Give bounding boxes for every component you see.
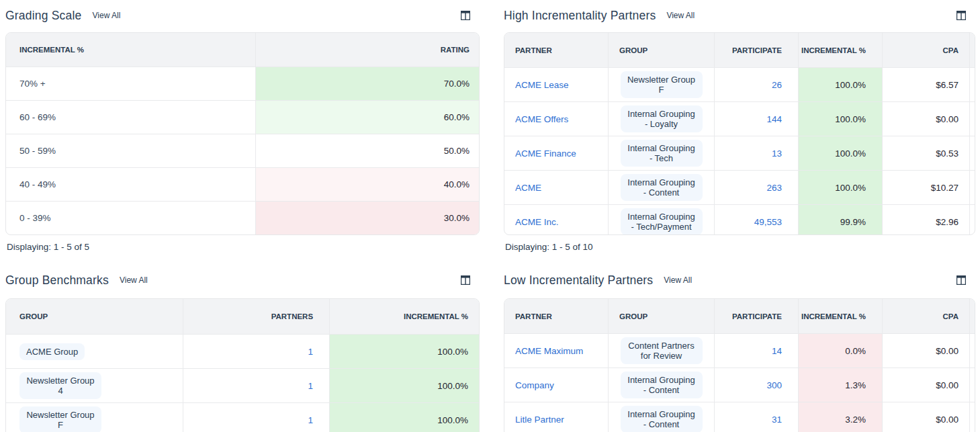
incremental-cell: 100.0% bbox=[799, 136, 883, 170]
table-row: Litle PartnerInternal Grouping - Content… bbox=[504, 402, 975, 432]
spacer-cell bbox=[970, 368, 975, 402]
partner-cell: ACME Inc. bbox=[504, 204, 609, 235]
partner-cell: ACME bbox=[504, 170, 609, 204]
incremental-cell: 100.0% bbox=[330, 334, 479, 368]
group-pill: Internal Grouping - Tech/Payment bbox=[621, 208, 703, 235]
rating-value: 40.0% bbox=[256, 167, 480, 201]
table-columns-icon[interactable] bbox=[461, 11, 470, 20]
partners-cell: 1 bbox=[183, 368, 330, 402]
view-all-link[interactable]: View All bbox=[664, 275, 692, 285]
partners-cell: 1 bbox=[183, 334, 330, 368]
group-cell: Internal Grouping - Tech bbox=[609, 136, 715, 170]
partner-link[interactable]: ACME Inc. bbox=[515, 217, 559, 227]
table-header-row: GROUP PARTNERS INCREMENTAL % bbox=[6, 299, 479, 334]
table-columns-icon[interactable] bbox=[956, 11, 966, 20]
group-cell: ACME Group bbox=[6, 334, 183, 368]
partner-link[interactable]: ACME Offers bbox=[515, 114, 568, 124]
incremental-cell: 100.0% bbox=[799, 67, 883, 101]
page-title: Grading Scale bbox=[5, 9, 82, 23]
incremental-cell: 0.0% bbox=[799, 333, 883, 368]
group-cell-clip: Internal Grouping - Tech/Payment bbox=[609, 208, 714, 235]
group-cell-clip: Internal Grouping - Loyalty bbox=[609, 105, 714, 132]
table-header-row: PARTNER GROUP PARTICIPATE INCREMENTAL % … bbox=[504, 33, 975, 67]
group-pill: Internal Grouping - Tech bbox=[621, 140, 703, 167]
panel-low-incrementality-partners: Low Incrementality Partners View All PAR… bbox=[504, 263, 975, 432]
participate-link[interactable]: 49,553 bbox=[754, 217, 782, 227]
table-header-row: INCREMENTAL % RATING bbox=[6, 33, 480, 67]
cpa-cell: $10.27 bbox=[883, 170, 970, 204]
group-pill: Internal Grouping - Content bbox=[621, 372, 703, 398]
participate-cell: 144 bbox=[715, 101, 799, 136]
spacer-cell bbox=[970, 136, 975, 170]
partners-count-link[interactable]: 1 bbox=[308, 381, 314, 391]
group-cell: Newsletter Group F bbox=[6, 402, 183, 432]
spacer-cell bbox=[970, 101, 975, 136]
participate-cell: 31 bbox=[715, 402, 799, 432]
partners-count-link[interactable]: 1 bbox=[308, 347, 314, 357]
group-cell-clip: Internal Grouping - Content bbox=[609, 406, 714, 432]
table-row: ACME OffersInternal Grouping - Loyalty14… bbox=[504, 101, 975, 136]
incremental-range-label: 50 - 59% bbox=[6, 134, 256, 167]
table-columns-icon[interactable] bbox=[956, 275, 966, 285]
partner-link[interactable]: ACME Finance bbox=[515, 148, 576, 159]
column-header-incremental: INCREMENTAL % bbox=[330, 299, 479, 334]
table-row: ACMEInternal Grouping - Content263100.0%… bbox=[504, 170, 975, 204]
page-title: Low Incrementality Partners bbox=[504, 273, 653, 288]
group-cell: Internal Grouping - Loyalty bbox=[609, 101, 715, 136]
incremental-cell: 100.0% bbox=[330, 402, 479, 432]
participate-cell: 26 bbox=[715, 67, 799, 101]
table-row: 70% +70.0% bbox=[6, 67, 480, 100]
dashboard: Grading Scale View All INCREMENTAL % RAT… bbox=[0, 0, 980, 432]
partner-cell: ACME Offers bbox=[504, 101, 609, 136]
panel-grading-scale: Grading Scale View All INCREMENTAL % RAT… bbox=[5, 0, 480, 263]
participate-cell: 263 bbox=[715, 170, 799, 204]
group-pill: Newsletter Group F bbox=[19, 406, 101, 432]
spacer-cell bbox=[970, 402, 975, 432]
table-header-row: PARTNER GROUP PARTICIPATE INCREMENTAL % … bbox=[504, 299, 975, 333]
group-cell: Newsletter Group 4 bbox=[6, 368, 183, 402]
incremental-cell: 100.0% bbox=[799, 101, 883, 136]
partners-count-link[interactable]: 1 bbox=[308, 415, 314, 425]
table-columns-icon[interactable] bbox=[461, 275, 470, 285]
group-cell-clip: Internal Grouping - Content bbox=[609, 174, 714, 201]
group-pill: ACME Group bbox=[19, 343, 85, 360]
incremental-cell: 3.2% bbox=[799, 402, 883, 432]
page-title: High Incrementality Partners bbox=[504, 9, 656, 23]
view-all-link[interactable]: View All bbox=[666, 11, 695, 20]
partner-link[interactable]: ACME bbox=[515, 183, 541, 193]
participate-link[interactable]: 263 bbox=[766, 183, 782, 193]
rating-value: 50.0% bbox=[256, 134, 480, 167]
column-header-participate: PARTICIPATE bbox=[715, 33, 799, 67]
cpa-cell: $0.00 bbox=[883, 333, 970, 368]
grading-scale-table: INCREMENTAL % RATING 70% +70.0%60 - 69%6… bbox=[5, 32, 480, 235]
participate-link[interactable]: 144 bbox=[766, 114, 782, 124]
cpa-cell: $0.00 bbox=[883, 368, 970, 402]
view-all-link[interactable]: View All bbox=[120, 275, 148, 285]
low-partners-table: PARTNER GROUP PARTICIPATE INCREMENTAL % … bbox=[504, 298, 975, 432]
partner-link[interactable]: ACME Maximum bbox=[515, 346, 583, 356]
view-all-link[interactable]: View All bbox=[93, 11, 121, 20]
group-benchmarks-table: GROUP PARTNERS INCREMENTAL % ACME Group1… bbox=[5, 298, 480, 432]
participate-link[interactable]: 14 bbox=[772, 346, 782, 356]
pagination-status: Displaying: 1 - 5 of 10 bbox=[504, 242, 975, 252]
column-header-partners: PARTNERS bbox=[183, 299, 330, 334]
partner-link[interactable]: ACME Lease bbox=[515, 80, 569, 90]
group-pill: Newsletter Group F bbox=[621, 71, 703, 98]
cpa-cell: $0.00 bbox=[883, 101, 970, 136]
group-cell-clip: Internal Grouping - Content bbox=[609, 372, 714, 398]
partner-link[interactable]: Litle Partner bbox=[515, 415, 564, 425]
participate-link[interactable]: 300 bbox=[766, 380, 782, 390]
participate-link[interactable]: 31 bbox=[772, 415, 782, 425]
table-row: ACME Group1100.0% bbox=[6, 334, 479, 368]
column-header-participate: PARTICIPATE bbox=[715, 299, 799, 333]
partner-link[interactable]: Company bbox=[515, 380, 554, 390]
column-header-incremental: INCREMENTAL % bbox=[799, 299, 883, 333]
participate-link[interactable]: 13 bbox=[772, 148, 782, 159]
partner-cell: Company bbox=[504, 368, 609, 402]
participate-link[interactable]: 26 bbox=[772, 80, 782, 90]
group-cell: Internal Grouping - Content bbox=[609, 368, 715, 402]
incremental-cell: 100.0% bbox=[330, 368, 479, 402]
cpa-cell: $0.53 bbox=[883, 136, 970, 170]
table-row: CompanyInternal Grouping - Content3001.3… bbox=[504, 368, 975, 402]
column-header-incremental: INCREMENTAL % bbox=[799, 33, 883, 67]
